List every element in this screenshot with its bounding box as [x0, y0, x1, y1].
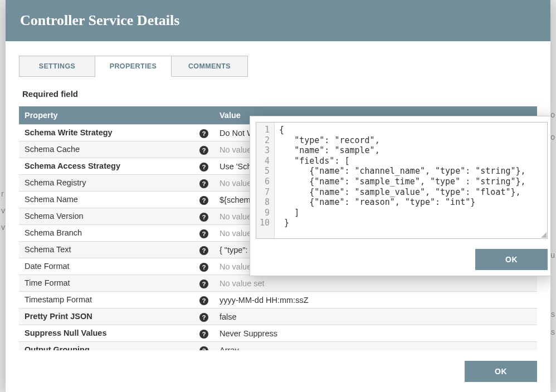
- controller-service-details-dialog: Controller Service Details SETTINGS PROP…: [6, 0, 550, 392]
- background-text: r: [1, 189, 4, 198]
- popover-ok-button[interactable]: OK: [475, 249, 548, 270]
- row-gap: [398, 275, 537, 292]
- tab-comments[interactable]: COMMENTS: [172, 56, 248, 77]
- row-gap: [398, 342, 537, 351]
- background-text: o: [550, 133, 555, 141]
- property-name: Schema Access Strategy?: [19, 158, 214, 175]
- property-name: Schema Write Strategy?: [19, 125, 214, 141]
- help-icon[interactable]: ?: [199, 196, 208, 205]
- background-text: s: [551, 310, 555, 318]
- help-icon[interactable]: ?: [199, 146, 208, 155]
- property-name: Date Format?: [19, 258, 214, 275]
- dialog-tabs: SETTINGS PROPERTIES COMMENTS: [19, 56, 537, 77]
- row-gap: [398, 325, 537, 342]
- help-icon[interactable]: ?: [199, 163, 208, 171]
- help-icon[interactable]: ?: [199, 129, 208, 138]
- row-gap: [398, 308, 537, 325]
- property-name: Pretty Print JSON?: [19, 308, 214, 325]
- property-name: Timestamp Format?: [19, 292, 214, 308]
- editor-line-gutter: 1 2 3 4 5 6 7 8 9 10: [256, 122, 275, 238]
- background-text: v: [1, 223, 5, 232]
- row-gap: [398, 292, 537, 308]
- editor-resize-handle[interactable]: [541, 232, 547, 238]
- property-name: Suppress Null Values?: [19, 325, 214, 342]
- help-icon[interactable]: ?: [199, 213, 208, 222]
- editor-code-area[interactable]: { "type": "record", "name": "sample", "f…: [275, 122, 547, 238]
- help-icon[interactable]: ?: [199, 179, 208, 188]
- help-icon[interactable]: ?: [199, 263, 208, 272]
- table-row[interactable]: Timestamp Format?yyyy-MM-dd HH:mm:ssZ: [19, 292, 537, 308]
- help-icon[interactable]: ?: [199, 229, 208, 238]
- help-icon[interactable]: ?: [199, 313, 208, 322]
- property-value[interactable]: yyyy-MM-dd HH:mm:ssZ: [214, 292, 398, 308]
- column-header-property: Property: [19, 106, 214, 125]
- tab-settings[interactable]: SETTINGS: [19, 56, 95, 77]
- property-name: Output Grouping?: [19, 342, 214, 351]
- dialog-title: Controller Service Details: [6, 0, 550, 41]
- dialog-ok-button[interactable]: OK: [465, 361, 537, 382]
- property-name: Schema Registry?: [19, 175, 214, 192]
- table-row[interactable]: Time Format?No value set: [19, 275, 537, 292]
- property-name: Time Format?: [19, 275, 214, 292]
- property-name: Schema Branch?: [19, 225, 214, 242]
- property-name: Schema Name?: [19, 192, 214, 208]
- property-name: Schema Cache?: [19, 141, 214, 158]
- help-icon[interactable]: ?: [199, 346, 208, 350]
- help-icon[interactable]: ?: [199, 330, 208, 339]
- property-name: Schema Text?: [19, 242, 214, 258]
- help-icon[interactable]: ?: [199, 246, 208, 255]
- schema-text-popover: 1 2 3 4 5 6 7 8 9 10 { "type": "record",…: [250, 116, 550, 276]
- property-name: Schema Version?: [19, 208, 214, 225]
- property-value[interactable]: Never Suppress: [214, 325, 398, 342]
- property-value[interactable]: false: [214, 308, 398, 325]
- table-row[interactable]: Suppress Null Values?Never Suppress: [19, 325, 537, 342]
- property-value[interactable]: No value set: [214, 275, 398, 292]
- property-value[interactable]: Array: [214, 342, 398, 351]
- help-icon[interactable]: ?: [199, 296, 208, 305]
- table-row[interactable]: Output Grouping?Array: [19, 342, 537, 351]
- tab-properties[interactable]: PROPERTIES: [95, 56, 172, 77]
- required-field-label: Required field: [22, 89, 537, 99]
- table-row[interactable]: Pretty Print JSON?false: [19, 308, 537, 325]
- help-icon[interactable]: ?: [199, 280, 208, 288]
- schema-text-editor[interactable]: 1 2 3 4 5 6 7 8 9 10 { "type": "record",…: [256, 122, 548, 239]
